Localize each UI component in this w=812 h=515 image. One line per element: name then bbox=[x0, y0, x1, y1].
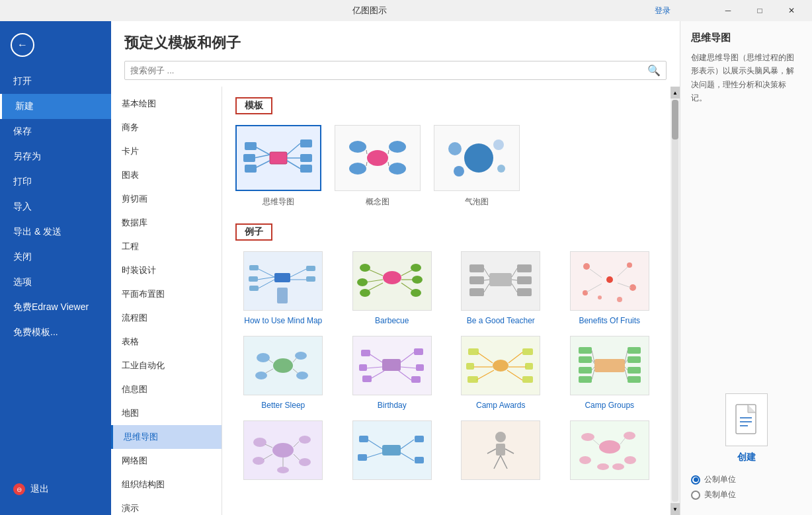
sidebar-item-export[interactable]: 导出 & 发送 bbox=[0, 219, 111, 245]
unit-imperial-option[interactable]: 美制单位 bbox=[691, 489, 801, 500]
category-item-biaoge[interactable]: 表格 bbox=[111, 330, 222, 354]
back-button[interactable]: ← bbox=[0, 28, 111, 62]
svg-line-103 bbox=[508, 352, 522, 363]
category-item-kapian[interactable]: 卡片 bbox=[111, 139, 222, 163]
example-card-barbecue[interactable]: Barbecue bbox=[345, 251, 440, 325]
svg-rect-36 bbox=[306, 266, 315, 271]
svg-rect-37 bbox=[306, 276, 315, 282]
svg-point-131 bbox=[299, 436, 311, 444]
svg-line-142 bbox=[365, 453, 382, 458]
svg-rect-146 bbox=[358, 454, 367, 461]
template-card-concept[interactable]: 概念图 bbox=[335, 125, 421, 208]
template-card-bubble[interactable]: 气泡图 bbox=[434, 125, 520, 208]
main-scroll-area[interactable]: 模板 bbox=[222, 87, 670, 515]
svg-line-75 bbox=[618, 283, 631, 288]
example-card-birthday[interactable]: Birthday bbox=[345, 336, 440, 410]
sidebar-item-print[interactable]: 打印 bbox=[0, 169, 111, 194]
benefits-svg bbox=[573, 255, 646, 307]
svg-point-160 bbox=[597, 463, 609, 470]
sidebar-item-saveas[interactable]: 另存为 bbox=[0, 144, 111, 169]
example-card-goodteacher[interactable]: Be a Good Teacher bbox=[453, 251, 549, 325]
sidebar-item-new[interactable]: 新建 bbox=[0, 94, 111, 119]
example-name-barbecue[interactable]: Barbecue bbox=[375, 316, 409, 325]
svg-line-135 bbox=[265, 444, 272, 448]
svg-rect-112 bbox=[594, 359, 625, 372]
example-card-campawards[interactable]: Camp Awards bbox=[453, 336, 549, 410]
svg-line-83 bbox=[293, 358, 296, 362]
svg-rect-107 bbox=[466, 363, 474, 370]
sidebar: ← 打开 新建 保存 另存为 打印 导入 导出 & 发送 关闭 选项 免费Edr bbox=[0, 21, 111, 515]
category-item-tubiao[interactable]: 图表 bbox=[111, 163, 222, 187]
search-bar: 🔍 bbox=[124, 61, 667, 80]
example-card-row3-4[interactable] bbox=[562, 420, 658, 485]
example-name-benefits[interactable]: Benefits Of Fruits bbox=[579, 316, 640, 325]
example-thumb-row3-4 bbox=[570, 420, 649, 480]
sidebar-item-open[interactable]: 打开 bbox=[0, 69, 111, 94]
category-item-zuzhijiegoutu[interactable]: 组织结构图 bbox=[111, 473, 222, 496]
category-item-jibenhuitu[interactable]: 基本绘图 bbox=[111, 92, 222, 116]
svg-line-152 bbox=[505, 449, 514, 454]
sidebar-item-options[interactable]: 选项 bbox=[0, 270, 111, 295]
scroll-up-button[interactable]: ▲ bbox=[670, 87, 680, 99]
create-doc-icon[interactable] bbox=[725, 393, 768, 446]
svg-point-46 bbox=[360, 264, 370, 272]
svg-rect-98 bbox=[411, 376, 421, 383]
create-button[interactable]: 创建 bbox=[737, 452, 756, 463]
example-card-benefits[interactable]: Benefits Of Fruits bbox=[562, 251, 658, 325]
example-name-campawards[interactable]: Camp Awards bbox=[476, 401, 525, 410]
category-item-jianqiehua[interactable]: 剪切画 bbox=[111, 187, 222, 211]
svg-line-4 bbox=[287, 143, 300, 155]
example-name-campgroups[interactable]: Camp Groups bbox=[585, 401, 634, 410]
example-name-howtouse[interactable]: How to Use Mind Map bbox=[244, 316, 322, 325]
example-card-row3-1[interactable] bbox=[235, 420, 331, 485]
minimize-button[interactable]: ─ bbox=[713, 0, 743, 21]
unit-metric-radio[interactable] bbox=[691, 475, 700, 485]
category-item-pingmianbuzhi[interactable]: 平面布置图 bbox=[111, 282, 222, 306]
sidebar-item-viewer[interactable]: 免费Edraw Viewer bbox=[0, 295, 111, 320]
example-name-goodteacher[interactable]: Be a Good Teacher bbox=[467, 316, 535, 325]
close-button[interactable]: ✕ bbox=[776, 0, 807, 21]
category-item-liuchengtu[interactable]: 流程图 bbox=[111, 306, 222, 330]
example-name-bettersleep[interactable]: Better Sleep bbox=[261, 401, 305, 410]
login-link[interactable]: 登录 bbox=[655, 5, 710, 17]
sidebar-item-close[interactable]: 关闭 bbox=[0, 245, 111, 270]
scroll-down-button[interactable]: ▼ bbox=[670, 503, 680, 515]
howtouse-svg bbox=[247, 255, 319, 307]
sidebar-item-free-templates[interactable]: 免费模板... bbox=[0, 320, 111, 345]
svg-point-132 bbox=[253, 457, 264, 465]
scroll-thumb[interactable] bbox=[672, 100, 678, 139]
vertical-scrollbar[interactable]: ▲ ▼ bbox=[670, 87, 680, 515]
category-item-yanshi[interactable]: 演示 bbox=[111, 496, 222, 515]
example-card-row3-2[interactable] bbox=[345, 420, 440, 485]
category-item-shizhuangsheji[interactable]: 时装设计 bbox=[111, 258, 222, 282]
category-item-ditu[interactable]: 地图 bbox=[111, 401, 222, 425]
example-name-birthday[interactable]: Birthday bbox=[378, 401, 407, 410]
sidebar-item-import[interactable]: 导入 bbox=[0, 194, 111, 219]
unit-imperial-radio[interactable] bbox=[691, 491, 700, 500]
maximize-button[interactable]: □ bbox=[745, 0, 775, 21]
svg-point-99 bbox=[493, 360, 508, 372]
example-card-campgroups[interactable]: Camp Groups bbox=[562, 336, 658, 410]
search-icon[interactable]: 🔍 bbox=[647, 64, 661, 77]
svg-line-127 bbox=[625, 367, 628, 370]
campawards-svg bbox=[464, 339, 537, 392]
category-item-shujuku[interactable]: 数据库 bbox=[111, 211, 222, 235]
back-circle-icon[interactable]: ← bbox=[11, 33, 34, 57]
category-item-wangluotu[interactable]: 网络图 bbox=[111, 449, 222, 473]
example-card-row3-3[interactable] bbox=[453, 420, 549, 485]
unit-metric-option[interactable]: 公制单位 bbox=[691, 474, 801, 485]
sidebar-item-exit[interactable]: ⊖ 退出 bbox=[0, 477, 111, 502]
example-card-howtouse[interactable]: How to Use Mind Map bbox=[235, 251, 331, 325]
svg-point-48 bbox=[360, 289, 370, 297]
template-card-mindmap[interactable]: 思维导图 bbox=[235, 125, 321, 208]
example-card-bettersleep[interactable]: Better Sleep bbox=[235, 336, 331, 410]
category-item-gongcheng[interactable]: 工程 bbox=[111, 235, 222, 258]
category-item-shangwu[interactable]: 商务 bbox=[111, 116, 222, 139]
category-item-xinxitu[interactable]: 信息图 bbox=[111, 377, 222, 401]
svg-point-161 bbox=[612, 463, 624, 470]
category-item-siweidaotu[interactable]: 思维导图 bbox=[111, 425, 222, 449]
svg-point-14 bbox=[349, 141, 366, 153]
sidebar-item-save[interactable]: 保存 bbox=[0, 119, 111, 144]
category-item-gongyezidonghua[interactable]: 工业自动化 bbox=[111, 354, 222, 377]
search-input[interactable] bbox=[130, 65, 647, 75]
